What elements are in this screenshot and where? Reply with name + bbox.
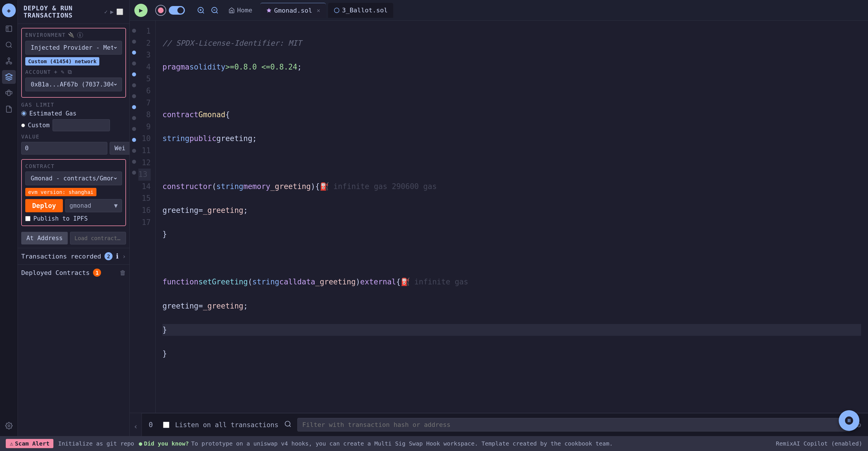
deployed-contracts-badge: 1 bbox=[93, 269, 101, 277]
zoom-out-button[interactable] bbox=[209, 5, 220, 16]
publish-row: Publish to IPFS bbox=[25, 215, 122, 222]
add-account-btn[interactable]: + bbox=[53, 68, 58, 76]
dot-14 bbox=[132, 171, 136, 175]
sidebar-deploy[interactable] bbox=[2, 70, 16, 84]
transactions-label: Transactions recorded bbox=[21, 253, 101, 260]
code-editor[interactable]: // SPDX-License-Identifier: MIT pragma s… bbox=[156, 21, 868, 413]
deploy-arg: gmonad bbox=[69, 202, 91, 209]
tab-gmonad-label: Gmonad.sol bbox=[274, 7, 312, 14]
forward-icon[interactable]: ▶ bbox=[110, 8, 114, 15]
value-label: VALUE bbox=[21, 134, 126, 140]
custom-gas-label: Custom bbox=[28, 122, 50, 129]
transactions-info-icon[interactable]: ℹ bbox=[116, 252, 119, 260]
account-select[interactable]: 0xB1a...AF67b (7037.30466...) bbox=[25, 78, 122, 91]
contract-select-input[interactable]: Gmonad - contracts/Gmonad.sol bbox=[30, 175, 118, 182]
dot-3 bbox=[132, 51, 136, 55]
tab-home[interactable]: Home bbox=[223, 4, 258, 16]
tab-ballot[interactable]: 3_Ballot.sol bbox=[328, 3, 393, 18]
tab-gmonad[interactable]: Gmonad.sol ✕ bbox=[260, 3, 326, 18]
dot-5 bbox=[132, 73, 136, 77]
code-line-8: greeting = _greeting; bbox=[162, 204, 861, 217]
contract-section: CONTRACT Gmonad - contracts/Gmonad.sol e… bbox=[21, 159, 126, 226]
transactions-row[interactable]: Transactions recorded 2 ℹ › bbox=[18, 248, 129, 264]
listen-checkbox[interactable] bbox=[163, 422, 169, 428]
ai-copilot-text[interactable]: RemixAI Copilot (enabled) bbox=[776, 440, 862, 447]
gas-limit-section: GAS LIMIT Estimated Gas Custom 3000000 bbox=[21, 102, 126, 131]
tab-home-label: Home bbox=[237, 7, 252, 14]
estimated-gas-label: Estimated Gas bbox=[29, 110, 76, 117]
sidebar: ◈ bbox=[0, 0, 18, 436]
publish-checkbox[interactable] bbox=[25, 216, 30, 221]
trash-icon[interactable]: 🗑 bbox=[120, 269, 126, 276]
scam-alert[interactable]: ⚠ Scam Alert bbox=[6, 439, 53, 448]
code-line-6 bbox=[162, 157, 861, 169]
copy-account-btn[interactable]: ⧉ bbox=[67, 68, 72, 76]
environment-label: ENVIRONMENT 🔌 ℹ bbox=[25, 32, 122, 38]
sidebar-debug[interactable] bbox=[2, 86, 16, 100]
sidebar-settings[interactable] bbox=[2, 419, 16, 432]
did-you-know-dot: ● Did you know? bbox=[138, 440, 189, 447]
toggle-button[interactable] bbox=[169, 6, 185, 15]
did-you-know-text: To prototype on a uniswap v4 hooks, you … bbox=[191, 440, 613, 447]
svg-point-2 bbox=[8, 58, 10, 60]
at-address-button[interactable]: At Address bbox=[21, 232, 68, 245]
unit-select[interactable]: Wei Gwei Finney Ether bbox=[110, 142, 130, 154]
check-icon[interactable]: ✓ bbox=[104, 8, 108, 15]
expand-icon[interactable]: ⬜ bbox=[116, 8, 124, 15]
svg-point-3 bbox=[6, 62, 8, 64]
dot-1 bbox=[132, 29, 136, 33]
tab-gmonad-close[interactable]: ✕ bbox=[317, 7, 320, 14]
sidebar-logo[interactable]: ◈ bbox=[2, 3, 16, 17]
sidebar-git[interactable] bbox=[2, 54, 16, 68]
editor-content: 1 2 3 4 5 6 7 8 9 10 11 12 13 14 15 16 1 bbox=[130, 21, 868, 413]
filter-search-icon[interactable] bbox=[284, 420, 291, 429]
load-contract-input[interactable] bbox=[70, 232, 126, 245]
code-line-1: // SPDX-License-Identifier: MIT bbox=[162, 37, 861, 49]
deploy-dropdown[interactable]: gmonad ▼ bbox=[65, 199, 122, 212]
deployed-contracts-row: Deployed Contracts 1 🗑 bbox=[18, 264, 129, 281]
edit-account-btn[interactable]: ✎ bbox=[60, 68, 65, 76]
provider-select[interactable]: Injected Provider - MetaMask bbox=[25, 41, 122, 55]
account-select-input[interactable]: 0xB1a...AF67b (7037.30466...) bbox=[30, 81, 118, 88]
tx-count: 0 bbox=[149, 421, 157, 429]
svg-point-12 bbox=[285, 421, 290, 426]
filter-input[interactable] bbox=[298, 418, 851, 431]
sidebar-search[interactable] bbox=[2, 38, 16, 52]
value-section: VALUE 0 Wei Gwei Finney Ether bbox=[21, 134, 126, 154]
deployed-contracts-label: Deployed Contracts bbox=[21, 269, 90, 276]
dot-13 bbox=[132, 160, 136, 164]
record-icon[interactable] bbox=[155, 5, 166, 16]
svg-point-6 bbox=[8, 425, 10, 427]
expand-arrow[interactable]: › bbox=[130, 413, 142, 436]
dot-9 bbox=[132, 116, 136, 120]
panel-title: DEPLOY & RUN TRANSACTIONS bbox=[24, 5, 101, 19]
environment-section: ENVIRONMENT 🔌 ℹ Injected Provider - Meta… bbox=[21, 28, 126, 98]
estimated-gas-radio[interactable] bbox=[21, 111, 26, 116]
custom-gas-radio[interactable] bbox=[21, 123, 25, 127]
transactions-badge: 2 bbox=[104, 252, 113, 260]
environment-info-icon[interactable]: ℹ bbox=[77, 32, 83, 38]
panel-header: DEPLOY & RUN TRANSACTIONS ✓ ▶ ⬜ bbox=[18, 0, 129, 24]
bottom-area: › 0 Listen on all transactions ⚙ bbox=[130, 413, 868, 436]
did-you-know-label: Did you know? bbox=[144, 440, 189, 447]
sidebar-plugin[interactable] bbox=[2, 102, 16, 116]
evm-badge: evm version: shanghai bbox=[25, 188, 96, 196]
init-git-text[interactable]: Initialize as git repo bbox=[58, 440, 134, 447]
zoom-in-button[interactable] bbox=[195, 5, 207, 16]
chat-bubble[interactable] bbox=[839, 410, 859, 431]
editor-main: ▶ Home bbox=[130, 0, 868, 436]
svg-point-4 bbox=[10, 62, 12, 64]
custom-gas-input[interactable]: 3000000 bbox=[53, 119, 110, 131]
provider-select-input[interactable]: Injected Provider - MetaMask bbox=[30, 44, 118, 51]
estimated-gas-row: Estimated Gas bbox=[21, 110, 126, 117]
svg-point-11 bbox=[334, 8, 339, 12]
value-input[interactable]: 0 bbox=[21, 142, 107, 154]
sidebar-files[interactable] bbox=[2, 22, 16, 36]
code-line-15 bbox=[162, 372, 861, 384]
dot-6 bbox=[132, 83, 136, 87]
code-line-7: constructor(string memory _greeting) { ⛽… bbox=[162, 181, 861, 193]
contract-select[interactable]: Gmonad - contracts/Gmonad.sol bbox=[25, 171, 122, 185]
dot-7 bbox=[132, 94, 136, 98]
deploy-button[interactable]: Deploy bbox=[25, 199, 63, 212]
run-button[interactable]: ▶ bbox=[134, 4, 148, 17]
